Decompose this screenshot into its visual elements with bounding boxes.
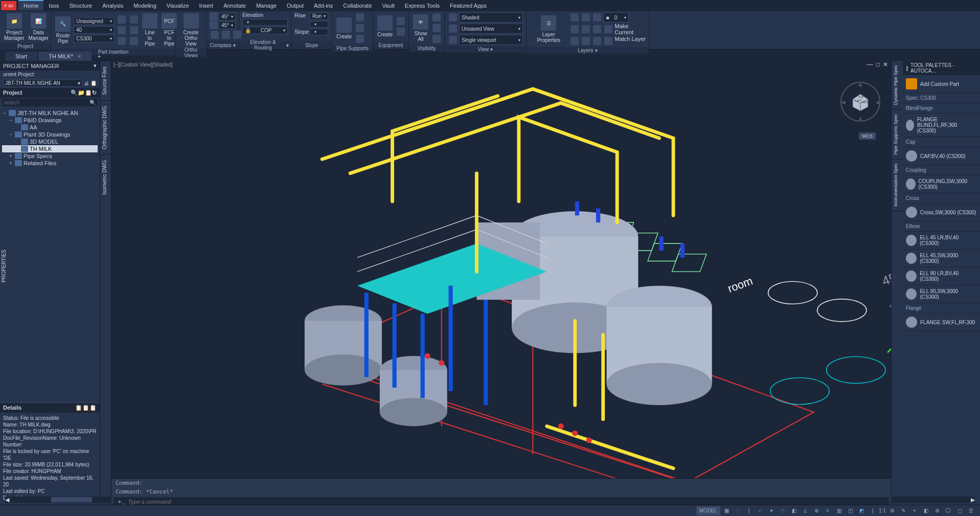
slope-input[interactable] [310, 29, 328, 35]
drawing-canvas[interactable]: room 4597 1999 [111, 61, 891, 505]
palitem[interactable]: Cross,SW,3000 (CS300) [903, 204, 980, 221]
ws-icon[interactable]: ⚙ [932, 506, 942, 515]
route-pipe-button[interactable]: 🔧Route Pipe [54, 15, 72, 45]
size-dropdown[interactable]: 40 [74, 26, 115, 34]
angle-dropdown2[interactable]: 45° [219, 21, 236, 29]
properties-tab[interactable]: PROPERTIES [0, 245, 8, 286]
3dosnap-icon[interactable]: ◧ [789, 506, 799, 515]
menu-home[interactable]: Home [18, 0, 43, 10]
menu-structure[interactable]: Structure [64, 1, 98, 10]
vtab-orthographic-dwg[interactable]: Orthographic DWG [100, 100, 111, 154]
toggle-6[interactable] [129, 36, 139, 46]
vis-t1[interactable] [431, 12, 442, 23]
tree-pipe-specs[interactable]: +Pipe Specs [2, 152, 98, 160]
gear-icon[interactable]: ⚙ [887, 506, 897, 515]
show-all-button[interactable]: 👁Show All [412, 13, 429, 43]
menu-analysis[interactable]: Analysis [97, 1, 128, 10]
vtab-isometric-dwg[interactable]: Isometric DWG [100, 154, 111, 200]
add-custom-part[interactable]: Add Custom Part [903, 75, 980, 93]
3d-icon[interactable]: ◩ [856, 506, 867, 515]
osnap-icon[interactable]: □ [778, 506, 788, 515]
palitem[interactable]: CAP,BV,40 (CS300) [903, 147, 980, 165]
unsaved-dropdown[interactable]: Unsaved View [459, 24, 523, 34]
menu-annotate[interactable]: Annotate [218, 1, 251, 10]
lwt-icon[interactable]: ≡ [823, 506, 833, 515]
elev-input[interactable] [242, 19, 288, 26]
palitem[interactable]: FLANGE BLIND,FL,RF,300 (CS300) [903, 114, 980, 137]
project-manager-button[interactable]: 📁Project Manager [3, 12, 25, 42]
iso-icon[interactable]: ◧ [921, 506, 931, 515]
custom-icon[interactable]: ☰ [966, 506, 976, 515]
compass-t1[interactable] [210, 30, 220, 40]
palitem[interactable]: COUPLING,SW,3000 (CS300) [903, 175, 980, 193]
create-ortho-button[interactable]: Create Ortho View [179, 12, 203, 48]
layer0-dropdown[interactable]: ■ 0 [603, 12, 629, 23]
shaded-dropdown[interactable]: Shaded [459, 12, 523, 23]
create-equip-button[interactable]: Create [376, 14, 394, 38]
viewport[interactable]: [−][Custom View][Shaded] —□✕ [111, 61, 891, 505]
clean-icon[interactable]: ▢ [954, 506, 965, 515]
wcs-label[interactable]: WCS [859, 132, 876, 140]
toggle-1[interactable] [117, 14, 127, 25]
tab-start[interactable]: Start [5, 52, 37, 61]
cyc-icon[interactable]: ◫ [845, 506, 855, 515]
unassigned-dropdown[interactable]: Unassigned [74, 17, 115, 25]
palitem[interactable]: ELL 45,SW,3000 (CS300) [903, 250, 980, 267]
layer-props-button[interactable]: ☰Layer Properties [530, 14, 567, 44]
palitem[interactable]: ELL 90 LR,BV,40 (CS300) [903, 267, 980, 285]
eq-t2[interactable] [396, 27, 406, 37]
menu-add-ins[interactable]: Add-ins [309, 1, 338, 10]
run-input2[interactable] [310, 21, 328, 28]
menu-visualize[interactable]: Visualize [162, 1, 194, 10]
copy-icon[interactable]: 📋 [90, 80, 97, 86]
otrack-icon[interactable]: ∠ [800, 506, 810, 515]
tab-close-icon[interactable]: ✕ [77, 54, 81, 59]
sup-t3[interactable] [355, 34, 365, 44]
tree-jbt-th-milk-nghe-an[interactable]: −JBT-TH MILK NGHE AN [2, 109, 98, 117]
toggle-4[interactable] [129, 14, 139, 25]
single-dropdown[interactable]: Single viewport [459, 35, 523, 45]
menu-manage[interactable]: Manage [251, 1, 282, 10]
anno-icon[interactable]: ✎ [898, 506, 908, 515]
snap-icon[interactable]: ⸬ [733, 506, 743, 515]
cop-dropdown[interactable]: 🔒 COP [242, 27, 288, 34]
line-to-pipe-button[interactable]: Line to Pipe [141, 12, 158, 48]
menu-express tools[interactable]: Express Tools [400, 1, 445, 10]
command-input[interactable] [128, 499, 887, 505]
menu-collaborate[interactable]: Collaborate [338, 1, 377, 10]
palvtab-instrumentation-spec[interactable]: Instrumentation Spec [892, 159, 903, 211]
tab-add[interactable]: + [93, 52, 106, 61]
grid-icon[interactable]: ▦ [721, 506, 732, 515]
trans-icon[interactable]: ▥ [834, 506, 844, 515]
v-t2[interactable] [448, 24, 458, 34]
tree-p-id-drawings[interactable]: −P&ID Drawings [2, 117, 98, 124]
palitem[interactable]: FLANGE SW,FL,RF,300 [903, 313, 980, 331]
v-t1[interactable] [448, 12, 458, 23]
model-button[interactable]: MODEL [696, 506, 721, 515]
angle-dropdown[interactable]: 45° [219, 13, 236, 20]
palitem[interactable]: ELL 45 LR,BV,40 (CS300) [903, 232, 980, 250]
tree-3d-model[interactable]: 3D MODEL [2, 138, 98, 145]
tree-related-files[interactable]: +Related Files [2, 160, 98, 167]
vtab-source-files[interactable]: Source Files [100, 61, 111, 100]
monitor-icon[interactable]: 🖵 [943, 506, 953, 515]
tree-plant-3d-drawings[interactable]: −Plant 3D Drawings [2, 131, 98, 138]
compass-t2[interactable] [221, 30, 231, 40]
pcf-to-pipe-button[interactable]: PCFPCF to Pipe [161, 12, 178, 48]
pm-close-icon[interactable]: ▾ [94, 62, 97, 69]
project-select[interactable]: JBT-TH MILK NGHE AN▾ [3, 79, 82, 87]
ortho-icon[interactable]: ⌐ [755, 506, 765, 515]
run-input[interactable]: Run [310, 12, 328, 20]
menu-isos[interactable]: Isos [43, 1, 64, 10]
eq-t1[interactable] [396, 16, 406, 26]
scale-button[interactable]: 1:1 [879, 506, 886, 515]
palvtab-pipe-supports-spec[interactable]: Pipe Supports Spec [892, 110, 903, 160]
polar-icon[interactable]: ✦ [766, 506, 777, 515]
make-current[interactable]: Make Current [614, 23, 646, 35]
tree-th-milk[interactable]: TH MILK [2, 145, 98, 152]
menu-insert[interactable]: Insert [194, 1, 219, 10]
menu-output[interactable]: Output [282, 1, 309, 10]
pm-search[interactable]: search🔍 [2, 99, 98, 106]
spec-dropdown[interactable]: CS300 [74, 35, 115, 42]
match-layer[interactable]: Match Layer [614, 36, 646, 46]
